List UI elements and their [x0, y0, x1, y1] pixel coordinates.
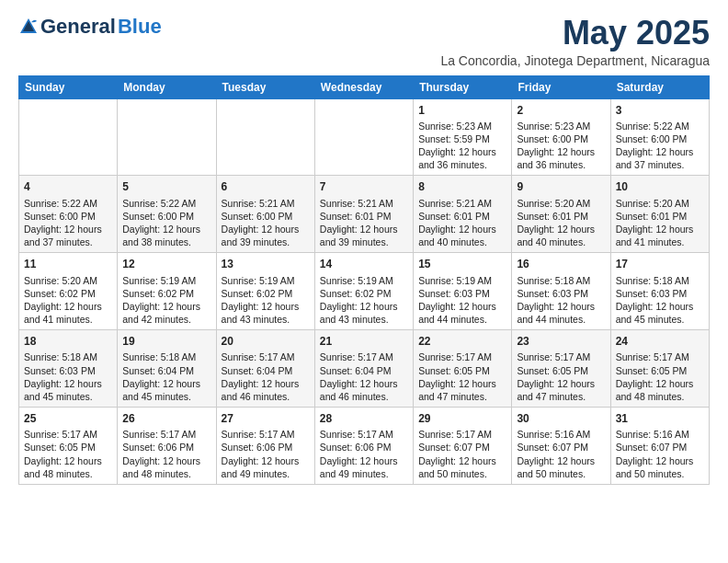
daylight-text: Daylight: 12 hours and 48 minutes.	[616, 377, 704, 403]
calendar-cell-3-0: 18Sunrise: 5:18 AMSunset: 6:03 PMDayligh…	[19, 330, 118, 408]
calendar-cell-3-1: 19Sunrise: 5:18 AMSunset: 6:04 PMDayligh…	[118, 330, 216, 408]
calendar-cell-3-2: 20Sunrise: 5:17 AMSunset: 6:04 PMDayligh…	[216, 330, 314, 408]
daylight-text: Daylight: 12 hours and 44 minutes.	[517, 300, 605, 326]
daylight-text: Daylight: 12 hours and 39 minutes.	[222, 223, 310, 248]
daylight-text: Daylight: 12 hours and 36 minutes.	[517, 145, 605, 171]
sunset-text: Sunset: 6:05 PM	[24, 441, 112, 454]
sunset-text: Sunset: 6:02 PM	[24, 287, 112, 300]
daylight-text: Daylight: 12 hours and 47 minutes.	[517, 377, 605, 403]
day-number: 6	[222, 179, 310, 194]
sunset-text: Sunset: 5:59 PM	[418, 132, 506, 145]
week-row-4: 25Sunrise: 5:17 AMSunset: 6:05 PMDayligh…	[19, 408, 710, 485]
sunset-text: Sunset: 6:05 PM	[517, 364, 605, 377]
sunrise-text: Sunrise: 5:17 AM	[24, 428, 112, 441]
calendar-cell-0-1	[118, 98, 216, 176]
sunset-text: Sunset: 6:03 PM	[24, 364, 112, 377]
sunset-text: Sunset: 6:00 PM	[517, 132, 605, 145]
daylight-text: Daylight: 12 hours and 50 minutes.	[418, 454, 506, 480]
subtitle: La Concordia, Jinotega Department, Nicar…	[440, 53, 710, 68]
day-number: 3	[616, 103, 704, 118]
sunrise-text: Sunrise: 5:22 AM	[122, 197, 210, 210]
sunrise-text: Sunrise: 5:18 AM	[122, 350, 210, 363]
daylight-text: Daylight: 12 hours and 48 minutes.	[122, 454, 210, 480]
daylight-text: Daylight: 12 hours and 39 minutes.	[320, 223, 408, 248]
daylight-text: Daylight: 12 hours and 49 minutes.	[320, 454, 408, 480]
col-thursday: Thursday	[414, 75, 512, 98]
day-number: 31	[616, 411, 704, 426]
day-number: 30	[517, 411, 605, 426]
daylight-text: Daylight: 12 hours and 37 minutes.	[24, 223, 112, 248]
sunrise-text: Sunrise: 5:20 AM	[517, 197, 605, 210]
sunrise-text: Sunrise: 5:21 AM	[320, 197, 408, 210]
day-number: 12	[122, 257, 210, 271]
sunset-text: Sunset: 6:01 PM	[320, 210, 408, 223]
daylight-text: Daylight: 12 hours and 40 minutes.	[418, 223, 506, 248]
sunrise-text: Sunrise: 5:19 AM	[320, 274, 408, 287]
col-tuesday: Tuesday	[216, 75, 314, 98]
day-number: 29	[418, 411, 506, 426]
calendar-cell-2-1: 12Sunrise: 5:19 AMSunset: 6:02 PMDayligh…	[118, 253, 216, 330]
sunset-text: Sunset: 6:00 PM	[122, 210, 210, 223]
title-block: May 2025 La Concordia, Jinotega Departme…	[440, 15, 710, 68]
sunrise-text: Sunrise: 5:19 AM	[122, 274, 210, 287]
calendar-cell-1-0: 4Sunrise: 5:22 AMSunset: 6:00 PMDaylight…	[19, 176, 118, 253]
daylight-text: Daylight: 12 hours and 49 minutes.	[222, 454, 310, 480]
day-number: 25	[24, 411, 112, 426]
calendar-cell-4-6: 31Sunrise: 5:16 AMSunset: 6:07 PMDayligh…	[610, 408, 709, 485]
sunrise-text: Sunrise: 5:22 AM	[616, 120, 704, 132]
col-friday: Friday	[512, 75, 610, 98]
daylight-text: Daylight: 12 hours and 46 minutes.	[222, 377, 310, 403]
sunrise-text: Sunrise: 5:16 AM	[616, 428, 704, 441]
calendar-cell-1-1: 5Sunrise: 5:22 AMSunset: 6:00 PMDaylight…	[118, 176, 216, 253]
daylight-text: Daylight: 12 hours and 41 minutes.	[24, 300, 112, 326]
calendar-cell-0-3	[314, 98, 413, 176]
sunrise-text: Sunrise: 5:17 AM	[122, 428, 210, 441]
day-number: 27	[222, 411, 310, 426]
day-number: 14	[320, 257, 408, 271]
day-number: 22	[418, 334, 506, 349]
sunrise-text: Sunrise: 5:18 AM	[517, 274, 605, 287]
sunset-text: Sunset: 6:00 PM	[222, 210, 310, 223]
sunrise-text: Sunrise: 5:18 AM	[616, 274, 704, 287]
col-sunday: Sunday	[19, 75, 118, 98]
day-number: 26	[122, 411, 210, 426]
sunrise-text: Sunrise: 5:20 AM	[616, 197, 704, 210]
sunrise-text: Sunrise: 5:21 AM	[222, 197, 310, 210]
calendar-cell-3-4: 22Sunrise: 5:17 AMSunset: 6:05 PMDayligh…	[414, 330, 512, 408]
calendar-cell-4-3: 28Sunrise: 5:17 AMSunset: 6:06 PMDayligh…	[314, 408, 413, 485]
sunrise-text: Sunrise: 5:17 AM	[320, 350, 408, 363]
sunset-text: Sunset: 6:05 PM	[616, 364, 704, 377]
sunrise-text: Sunrise: 5:17 AM	[616, 350, 704, 363]
calendar-cell-2-3: 14Sunrise: 5:19 AMSunset: 6:02 PMDayligh…	[314, 253, 413, 330]
calendar-cell-3-5: 23Sunrise: 5:17 AMSunset: 6:05 PMDayligh…	[512, 330, 610, 408]
day-number: 19	[122, 334, 210, 349]
sunset-text: Sunset: 6:06 PM	[222, 441, 310, 454]
daylight-text: Daylight: 12 hours and 44 minutes.	[418, 300, 506, 326]
calendar-header: Sunday Monday Tuesday Wednesday Thursday…	[19, 75, 710, 98]
sunset-text: Sunset: 6:00 PM	[24, 210, 112, 223]
sunset-text: Sunset: 6:00 PM	[616, 132, 704, 145]
sunrise-text: Sunrise: 5:17 AM	[517, 350, 605, 363]
calendar-cell-1-3: 7Sunrise: 5:21 AMSunset: 6:01 PMDaylight…	[314, 176, 413, 253]
calendar-table: Sunday Monday Tuesday Wednesday Thursday…	[18, 75, 710, 485]
sunrise-text: Sunrise: 5:22 AM	[24, 197, 112, 210]
daylight-text: Daylight: 12 hours and 42 minutes.	[122, 300, 210, 326]
calendar-cell-1-6: 10Sunrise: 5:20 AMSunset: 6:01 PMDayligh…	[610, 176, 709, 253]
sunrise-text: Sunrise: 5:21 AM	[418, 197, 506, 210]
sunset-text: Sunset: 6:03 PM	[517, 287, 605, 300]
daylight-text: Daylight: 12 hours and 38 minutes.	[122, 223, 210, 248]
day-number: 10	[616, 179, 704, 194]
day-number: 18	[24, 334, 112, 349]
daylight-text: Daylight: 12 hours and 50 minutes.	[517, 454, 605, 480]
sunrise-text: Sunrise: 5:17 AM	[418, 428, 506, 441]
sunrise-text: Sunrise: 5:17 AM	[222, 350, 310, 363]
logo-icon	[18, 17, 39, 37]
sunset-text: Sunset: 6:02 PM	[122, 287, 210, 300]
calendar-body: 1Sunrise: 5:23 AMSunset: 5:59 PMDaylight…	[19, 98, 710, 484]
daylight-text: Daylight: 12 hours and 47 minutes.	[418, 377, 506, 403]
daylight-text: Daylight: 12 hours and 43 minutes.	[222, 300, 310, 326]
calendar-cell-2-2: 13Sunrise: 5:19 AMSunset: 6:02 PMDayligh…	[216, 253, 314, 330]
header: GeneralBlue May 2025 La Concordia, Jinot…	[18, 15, 710, 68]
page: GeneralBlue May 2025 La Concordia, Jinot…	[0, 0, 728, 494]
col-saturday: Saturday	[610, 75, 709, 98]
